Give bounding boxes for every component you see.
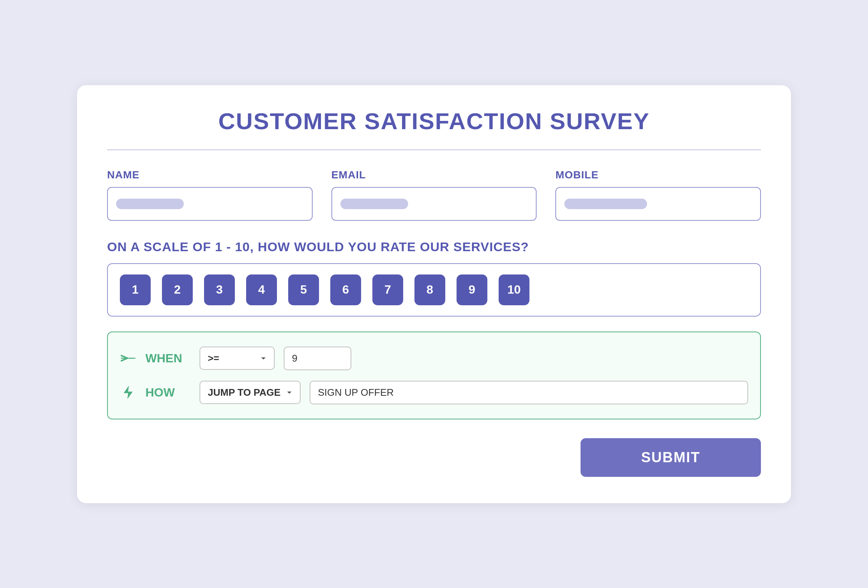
svg-marker-1 (124, 386, 133, 399)
rating-scale-container: 1 2 3 4 5 6 7 8 9 10 (107, 263, 761, 317)
submit-button[interactable]: SUBMIT (581, 438, 761, 477)
email-label: EMAIL (331, 169, 537, 181)
when-value-input[interactable] (284, 347, 351, 370)
name-input[interactable] (107, 187, 313, 221)
survey-card: CUSTOMER SATISFACTION SURVEY NAME EMAIL … (77, 85, 791, 503)
mobile-input[interactable] (555, 187, 761, 221)
name-field-group: NAME (107, 169, 313, 221)
email-field-group: EMAIL (331, 169, 537, 221)
rating-btn-7[interactable]: 7 (372, 274, 403, 305)
rating-btn-4[interactable]: 4 (246, 274, 277, 305)
mobile-input-wrapper (555, 187, 761, 221)
rating-btn-8[interactable]: 8 (414, 274, 445, 305)
when-label: WHEN (145, 351, 191, 365)
survey-title: CUSTOMER SATISFACTION SURVEY (107, 108, 761, 150)
rating-btn-3[interactable]: 3 (204, 274, 235, 305)
name-label: NAME (107, 169, 313, 181)
rating-btn-5[interactable]: 5 (288, 274, 319, 305)
rating-btn-9[interactable]: 9 (457, 274, 487, 305)
how-label: HOW (145, 386, 191, 400)
email-input[interactable] (331, 187, 537, 221)
rating-btn-10[interactable]: 10 (499, 274, 529, 305)
fields-row: NAME EMAIL MOBILE (107, 169, 761, 221)
submit-row: SUBMIT (107, 438, 761, 477)
when-operator-select[interactable]: >= <= = > < (200, 347, 275, 370)
mobile-label: MOBILE (555, 169, 761, 181)
rating-question: ON A SCALE OF 1 - 10, HOW WOULD YOU RATE… (107, 240, 761, 254)
rating-btn-2[interactable]: 2 (162, 274, 193, 305)
logic-block: WHEN >= <= = > < HOW JUMP TO PAGE SHOW P… (107, 332, 761, 419)
email-input-wrapper (331, 187, 537, 221)
when-arrow-icon (120, 350, 136, 366)
lightning-icon (120, 384, 136, 401)
mobile-field-group: MOBILE (555, 169, 761, 221)
rating-btn-6[interactable]: 6 (330, 274, 361, 305)
rating-btn-1[interactable]: 1 (120, 274, 151, 305)
name-input-wrapper (107, 187, 313, 221)
how-action-select[interactable]: JUMP TO PAGE SHOW PAGE HIDE PAGE (200, 381, 301, 404)
when-row: WHEN >= <= = > < (120, 341, 748, 375)
how-target-input[interactable] (310, 381, 748, 404)
how-row: HOW JUMP TO PAGE SHOW PAGE HIDE PAGE (120, 375, 748, 410)
